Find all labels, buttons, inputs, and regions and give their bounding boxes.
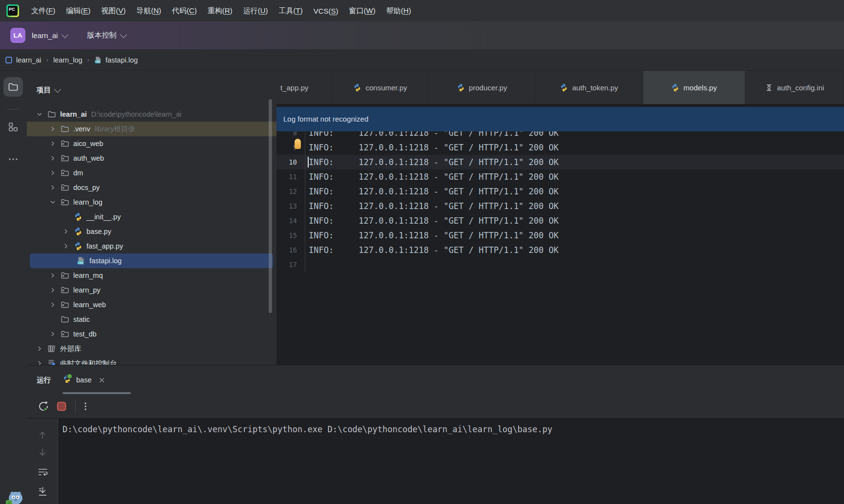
arrow-down-icon[interactable] bbox=[37, 447, 48, 458]
log-line-text: INFO: 127.0.0.1:1218 - "GET / HTTP/1.1" … bbox=[305, 228, 559, 243]
editor-tab-auth_config.ini[interactable]: auth_config.ini bbox=[745, 71, 844, 104]
chevron-right-icon[interactable] bbox=[49, 272, 57, 279]
breadcrumb-item-learn_log[interactable]: learn_log bbox=[53, 56, 83, 64]
menu-item-2[interactable]: 视图(V) bbox=[96, 4, 131, 18]
menu-item-6[interactable]: 运行(U) bbox=[238, 4, 274, 18]
tree-item-learn_web[interactable]: learn_web bbox=[27, 297, 276, 312]
chevron-right-icon[interactable] bbox=[49, 140, 57, 147]
project-panel: 项目 learn_aiD:\code\pythoncode\learn_ai.v… bbox=[27, 71, 277, 365]
tree-item-auth_web[interactable]: auth_web bbox=[27, 151, 276, 166]
chevron-right-icon[interactable] bbox=[49, 330, 57, 338]
run-console[interactable]: D:\code\pythoncode\learn_ai\.venv\Script… bbox=[27, 418, 844, 504]
scratches-icon bbox=[47, 359, 56, 365]
chevron-down-icon bbox=[120, 31, 127, 38]
intention-bulb-icon[interactable] bbox=[295, 139, 301, 149]
log-line-10: 10INFO: 127.0.0.1:1218 - "GET / HTTP/1.1… bbox=[276, 155, 844, 169]
tree-item-base.py[interactable]: base.py bbox=[27, 224, 276, 239]
run-tab-base[interactable]: base bbox=[63, 365, 106, 395]
soft-wrap-icon[interactable] bbox=[37, 466, 48, 477]
tree-item-fast_app.py[interactable]: fast_app.py bbox=[27, 239, 276, 253]
chevron-right-icon[interactable] bbox=[49, 154, 57, 162]
chevron-right-icon[interactable] bbox=[49, 125, 57, 133]
tree-item-.venv[interactable]: .venvlibrary根目录 bbox=[27, 122, 276, 136]
menu-item-5[interactable]: 重构(R) bbox=[202, 4, 238, 18]
tree-item-外部库[interactable]: 外部库 bbox=[27, 341, 276, 356]
source-folder-icon bbox=[60, 271, 69, 280]
chevron-down-icon[interactable] bbox=[49, 198, 57, 206]
tree-item-learn_py[interactable]: learn_py bbox=[27, 283, 276, 297]
rerun-icon[interactable] bbox=[38, 400, 49, 412]
tree-item-label: learn_py bbox=[73, 286, 101, 294]
tree-item-docs_py[interactable]: docs_py bbox=[27, 180, 276, 195]
scroll-to-end-icon[interactable] bbox=[37, 486, 48, 497]
editor-tab-auth_token.py[interactable]: auth_token.py bbox=[535, 71, 643, 104]
log-line-text: INFO: 127.0.0.1:1218 - "GET / HTTP/1.1" … bbox=[305, 155, 559, 169]
chevron-right-icon[interactable] bbox=[49, 184, 57, 191]
tree-item-临时文件和控制台[interactable]: 临时文件和控制台 bbox=[27, 356, 276, 365]
menu-item-vcs[interactable]: VCS(S) bbox=[308, 4, 344, 18]
log-line-11: 11INFO: 127.0.0.1:1218 - "GET / HTTP/1.1… bbox=[276, 169, 844, 184]
log-line-text: INFO: 127.0.0.1:1218 - "GET / HTTP/1.1" … bbox=[305, 131, 559, 140]
vcs-widget[interactable]: 版本控制 bbox=[67, 31, 126, 40]
editor-tab-producer.py[interactable]: producer.py bbox=[429, 71, 535, 104]
menu-item-3[interactable]: 导航(N) bbox=[131, 4, 167, 18]
tree-item-__init__.py[interactable]: __init__.py bbox=[27, 210, 276, 224]
tree-item-dm[interactable]: dm bbox=[27, 166, 276, 180]
chevron-right-icon[interactable] bbox=[36, 359, 43, 365]
breadcrumb-item-fastapi.log[interactable]: LOGfastapi.log bbox=[94, 56, 138, 64]
tree-item-test_db[interactable]: test_db bbox=[27, 327, 276, 341]
arrow-up-icon[interactable] bbox=[37, 430, 48, 441]
tree-item-label: aico_web bbox=[73, 140, 103, 147]
tree-item-label: learn_log bbox=[73, 198, 103, 206]
project-avatar[interactable]: LA bbox=[10, 28, 25, 43]
tree-item-label: 临时文件和控制台 bbox=[60, 359, 117, 365]
editor-tab-consumer.py[interactable]: consumer.py bbox=[332, 71, 429, 104]
chevron-right-icon[interactable] bbox=[49, 301, 57, 309]
text-caret bbox=[308, 157, 309, 168]
tree-item-static[interactable]: static bbox=[27, 312, 276, 327]
line-number: 12 bbox=[276, 188, 305, 195]
tree-item-aico_web[interactable]: aico_web bbox=[27, 136, 276, 151]
python-icon bbox=[73, 242, 83, 251]
tree-item-learn_mq[interactable]: learn_mq bbox=[27, 268, 276, 283]
log-line-text: INFO: 127.0.0.1:1218 - "GET / HTTP/1.1" … bbox=[305, 184, 559, 199]
more-icon[interactable] bbox=[7, 153, 20, 166]
tree-item-fastapi.log[interactable]: LOGfastapi.log bbox=[30, 253, 273, 268]
breadcrumb-separator: › bbox=[46, 56, 48, 63]
close-icon[interactable] bbox=[98, 377, 106, 384]
library-icon bbox=[47, 344, 56, 354]
tree-item-learn_ai[interactable]: learn_aiD:\code\pythoncode\learn_ai bbox=[27, 107, 276, 122]
project-selector[interactable]: learn_ai bbox=[25, 31, 67, 40]
tree-item-learn_log[interactable]: learn_log bbox=[27, 195, 276, 210]
chevron-down-icon[interactable] bbox=[36, 110, 43, 118]
structure-icon[interactable] bbox=[7, 121, 20, 133]
menu-item-7[interactable]: 工具(T) bbox=[274, 4, 308, 18]
chevron-right-icon[interactable] bbox=[36, 345, 43, 353]
menu-item-4[interactable]: 代码(C) bbox=[167, 4, 202, 18]
kebab-menu-icon[interactable] bbox=[80, 400, 91, 412]
stop-icon[interactable] bbox=[56, 401, 67, 412]
chevron-right-icon[interactable] bbox=[62, 242, 70, 250]
menu-item-1[interactable]: 编辑(E) bbox=[61, 4, 96, 18]
breadcrumb-item-learn_ai[interactable]: learn_ai bbox=[5, 56, 42, 64]
chevron-right-icon[interactable] bbox=[49, 286, 57, 294]
chevron-right-icon[interactable] bbox=[62, 228, 70, 235]
editor-tab-t_app.py[interactable]: t_app.py bbox=[276, 71, 332, 104]
svg-text:LOG: LOG bbox=[95, 60, 100, 63]
editor-tab-models.py[interactable]: models.py bbox=[643, 71, 745, 104]
source-folder-icon bbox=[60, 286, 69, 295]
menu-item-9[interactable]: 窗口(W) bbox=[344, 4, 381, 18]
tree-scrollbar[interactable] bbox=[269, 99, 272, 313]
run-tab-label: base bbox=[76, 376, 91, 384]
log-line-text: INFO: 127.0.0.1:1218 - "GET / HTTP/1.1" … bbox=[305, 213, 559, 228]
pycharm-logo-icon[interactable]: PC bbox=[6, 4, 19, 17]
menu-item-10[interactable]: 帮助(H) bbox=[381, 4, 417, 18]
toolbar-divider bbox=[75, 399, 76, 413]
editor-content[interactable]: 8INFO: 127.0.0.1:1218 - "GET / HTTP/1.1"… bbox=[276, 131, 844, 272]
menu-item-0[interactable]: 文件(F) bbox=[26, 4, 61, 18]
project-panel-header[interactable]: 项目 bbox=[37, 85, 60, 95]
log-line-14: 14INFO: 127.0.0.1:1218 - "GET / HTTP/1.1… bbox=[276, 213, 844, 228]
chevron-right-icon[interactable] bbox=[49, 169, 57, 177]
clipped-line: 8INFO: 127.0.0.1:1218 - "GET / HTTP/1.1"… bbox=[276, 131, 844, 140]
project-folder-icon[interactable] bbox=[3, 77, 23, 97]
